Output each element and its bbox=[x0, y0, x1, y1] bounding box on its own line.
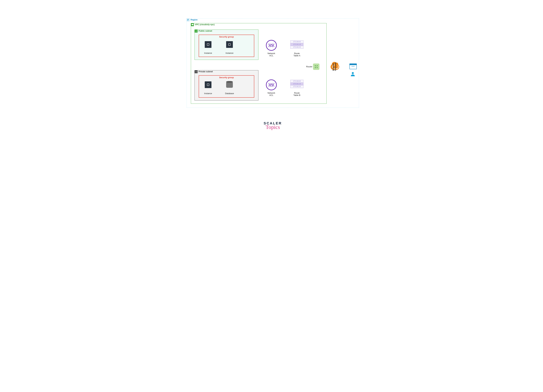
svg-rect-6 bbox=[207, 44, 209, 45]
route-b-label: Route Table B bbox=[290, 92, 303, 96]
region-label: Region bbox=[191, 18, 198, 21]
private-subnet-icon bbox=[195, 70, 198, 73]
brand-logo: SCALER Topics bbox=[260, 121, 286, 130]
route-table-a: 172.16.0.0 172.16.1.0 172.16.2.0 bbox=[290, 40, 303, 49]
route-table-b: 172.16.0.0 172.16.1.0 172.16.2.0 bbox=[290, 80, 303, 88]
ec2-instance-icon bbox=[226, 41, 233, 48]
svg-rect-7 bbox=[229, 44, 231, 45]
priv-instance-label: Instance bbox=[202, 92, 215, 95]
vpc-icon bbox=[191, 23, 194, 26]
browser-icon: www bbox=[350, 63, 357, 69]
route-b-row: 172.16.2.0 bbox=[290, 85, 303, 88]
svg-rect-8 bbox=[207, 84, 209, 86]
pub-instance-1-label: Instance bbox=[202, 52, 215, 54]
route-b-row: 172.16.0.0 bbox=[290, 80, 303, 83]
public-subnet-label: Public subnet bbox=[198, 30, 212, 32]
pub-instance-2-label: Instance bbox=[223, 52, 236, 54]
route-b-row: 172.16.1.0 bbox=[290, 83, 303, 85]
user-icon bbox=[351, 72, 355, 76]
route-a-row: 172.16.1.0 bbox=[290, 43, 303, 46]
igw-label: Internet Gateway bbox=[332, 68, 336, 71]
vpc-label: VPC (cloudiofy-vpc) bbox=[195, 23, 215, 26]
private-sg-label: Security group bbox=[199, 76, 254, 79]
svg-rect-12 bbox=[271, 85, 272, 86]
nacl-bottom-label: Network ACL bbox=[265, 92, 278, 96]
public-sg-label: Security group bbox=[199, 36, 254, 38]
priv-database-label: Database bbox=[222, 92, 237, 95]
browser-label: www bbox=[350, 66, 356, 67]
router-icon bbox=[313, 63, 319, 70]
route-a-row: 172.16.2.0 bbox=[290, 46, 303, 49]
public-subnet-icon bbox=[195, 30, 198, 33]
route-a-row: 172.16.0.0 bbox=[290, 40, 303, 43]
diagram-canvas: Region VPC (cloudiofy-vpc) Public subnet… bbox=[169, 0, 374, 153]
private-subnet-label: Private subnet bbox=[198, 70, 213, 73]
router-label: Router bbox=[303, 66, 312, 68]
ec2-instance-icon bbox=[205, 81, 211, 88]
route-a-label: Route Table A bbox=[290, 52, 303, 57]
network-acl-icon bbox=[266, 40, 277, 51]
network-acl-icon bbox=[266, 79, 277, 90]
ec2-instance-icon bbox=[205, 41, 211, 48]
region-icon bbox=[187, 18, 190, 21]
svg-point-15 bbox=[352, 72, 354, 74]
svg-rect-9 bbox=[271, 45, 272, 47]
database-icon bbox=[226, 82, 233, 88]
nacl-top-label: Network ACL bbox=[265, 52, 278, 57]
